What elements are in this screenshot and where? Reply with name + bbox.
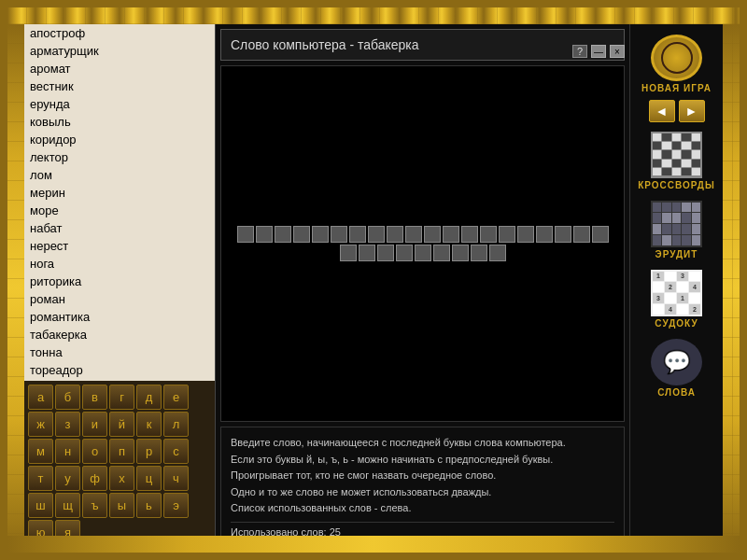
list-item[interactable]: мерин: [24, 184, 215, 202]
erudite-button[interactable]: ЭРУДИТ: [636, 195, 718, 262]
list-item[interactable]: ерунда: [24, 95, 215, 113]
keyboard-key-т[interactable]: т: [28, 466, 53, 491]
list-item[interactable]: лектор: [24, 148, 215, 166]
keyboard-key-с[interactable]: с: [163, 439, 189, 464]
keyboard-key-о[interactable]: о: [82, 439, 107, 464]
keyboard-key-г[interactable]: г: [109, 385, 134, 410]
keyboard-key-ч[interactable]: ч: [163, 466, 189, 491]
minimize-button[interactable]: —: [591, 45, 606, 58]
sudoku-button[interactable]: 13243142 СУДОКУ: [636, 264, 718, 331]
letter-box: [405, 226, 422, 243]
list-item[interactable]: лом: [24, 166, 215, 184]
list-item[interactable]: аромат: [24, 60, 215, 77]
keyboard-key-ф[interactable]: ф: [82, 466, 107, 491]
erudite-cell: [682, 235, 690, 245]
crossword-cell: [653, 133, 661, 141]
keyboard-key-х[interactable]: х: [109, 466, 134, 491]
sudoku-cell: [677, 282, 688, 292]
letter-box: [312, 226, 329, 243]
crosswords-button[interactable]: КРОССВОРДЫ: [636, 126, 718, 193]
letter-box: [340, 245, 357, 261]
keyboard-key-п[interactable]: п: [109, 439, 134, 464]
keyboard-key-й[interactable]: й: [109, 412, 134, 437]
right-ornament: [723, 24, 740, 551]
keyboard-key-и[interactable]: и: [82, 412, 107, 437]
keyboard-key-е[interactable]: е: [163, 385, 189, 410]
letter-box: [461, 226, 478, 243]
list-item[interactable]: нога: [24, 255, 215, 273]
list-item[interactable]: ковыль: [24, 113, 215, 131]
crossword-cell: [653, 150, 661, 158]
erudite-cell: [653, 235, 661, 245]
top-ornament: [7, 7, 740, 24]
letter-box: [433, 245, 450, 261]
crossword-cell: [672, 160, 681, 167]
help-button[interactable]: ?: [572, 45, 587, 58]
words-button[interactable]: 💬 СЛОВА: [636, 333, 718, 400]
erudite-cell: [672, 235, 681, 245]
list-item[interactable]: табакерка: [24, 326, 215, 343]
keyboard-key-ш[interactable]: ш: [28, 493, 53, 518]
keyboard-key-ы[interactable]: ы: [109, 493, 134, 518]
game-title: Слово компьютера - табакерка: [231, 37, 614, 52]
crossword-cell: [692, 160, 700, 167]
keyboard-key-з[interactable]: з: [55, 412, 80, 437]
crossword-cell: [662, 133, 670, 141]
letter-box: [573, 226, 590, 243]
keyboard-key-л[interactable]: л: [163, 412, 189, 437]
keyboard-key-д[interactable]: д: [136, 385, 162, 410]
crossword-cell: [662, 142, 670, 149]
prev-button[interactable]: ◄: [649, 100, 675, 122]
word-list[interactable]: апострофарматурщикароматвестникерундаков…: [24, 24, 215, 381]
list-item[interactable]: набат: [24, 219, 215, 237]
erudite-cell: [662, 213, 670, 223]
letter-box: [536, 226, 553, 243]
info-panel: Введите слово, начинающееся с последней …: [220, 427, 625, 546]
list-item[interactable]: тонна: [24, 343, 215, 361]
next-button[interactable]: ►: [679, 100, 705, 122]
middle-panel: Слово компьютера - табакерка Введите сло…: [216, 24, 629, 551]
keyboard-key-ъ[interactable]: ъ: [82, 493, 107, 518]
sudoku-cell: 3: [653, 293, 664, 303]
keyboard-key-в[interactable]: в: [82, 385, 107, 410]
list-item[interactable]: апостроф: [24, 24, 215, 42]
list-item[interactable]: вестник: [24, 77, 215, 95]
list-item[interactable]: коридор: [24, 131, 215, 148]
keyboard-key-э[interactable]: э: [163, 493, 189, 518]
keyboard-key-н[interactable]: н: [55, 439, 80, 464]
list-item[interactable]: арматурщик: [24, 42, 215, 60]
close-button[interactable]: ×: [610, 45, 625, 58]
sudoku-cell: 2: [665, 282, 676, 292]
keyboard-key-м[interactable]: м: [28, 439, 53, 464]
keyboard-key-у[interactable]: у: [55, 466, 80, 491]
sudoku-cell: [689, 272, 700, 282]
crossword-cell: [682, 142, 690, 149]
erudite-icon: [649, 198, 705, 249]
list-item[interactable]: роман: [24, 290, 215, 308]
letter-box: [396, 245, 413, 261]
game-header: Слово компьютера - табакерка: [220, 29, 625, 61]
keyboard-key-ц[interactable]: ц: [136, 466, 162, 491]
new-game-button[interactable]: НОВАЯ ИГРА: [636, 29, 718, 96]
list-item[interactable]: романтика: [24, 308, 215, 326]
keyboard-key-к[interactable]: к: [136, 412, 162, 437]
sudoku-cell: [653, 304, 664, 315]
list-item[interactable]: море: [24, 202, 215, 219]
keyboard-key-ь[interactable]: ь: [136, 493, 162, 518]
keyboard-key-щ[interactable]: щ: [55, 493, 80, 518]
list-item[interactable]: риторика: [24, 273, 215, 290]
list-item[interactable]: фишка: [24, 379, 215, 381]
keyboard-key-ж[interactable]: ж: [28, 412, 53, 437]
list-item[interactable]: нерест: [24, 237, 215, 255]
erudite-cell: [692, 224, 700, 234]
bottom-ornament: [7, 536, 740, 553]
crossword-cell: [692, 133, 700, 141]
letter-box: [368, 226, 385, 243]
keyboard-key-б[interactable]: б: [55, 385, 80, 410]
list-item[interactable]: тореадор: [24, 361, 215, 379]
crossword-cell: [682, 133, 690, 141]
crossword-cell: [662, 150, 670, 158]
letter-box: [555, 226, 571, 243]
keyboard-key-р[interactable]: р: [136, 439, 162, 464]
keyboard-key-а[interactable]: а: [28, 385, 53, 410]
